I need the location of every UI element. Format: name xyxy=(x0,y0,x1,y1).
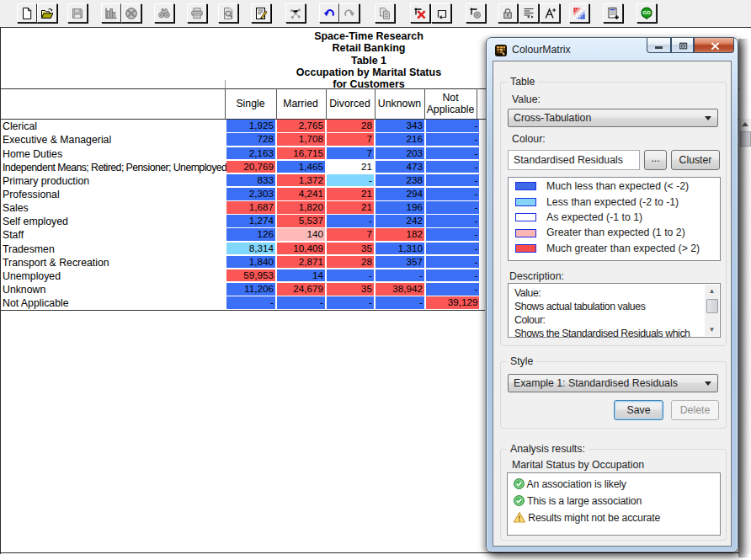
svg-text:GO: GO xyxy=(642,9,651,15)
